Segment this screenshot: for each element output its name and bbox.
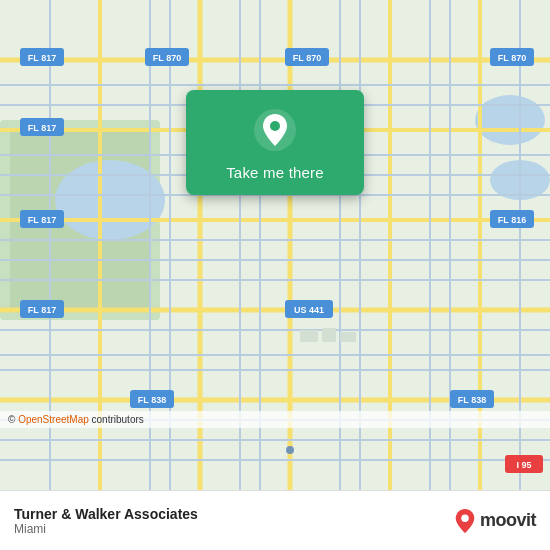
svg-text:FL 816: FL 816 (498, 215, 526, 225)
moovit-brand-name: moovit (480, 510, 536, 531)
svg-text:US 441: US 441 (294, 305, 324, 315)
bottom-bar: Turner & Walker Associates Miami moovit (0, 490, 550, 550)
svg-rect-68 (340, 332, 356, 342)
attribution-link[interactable]: OpenStreetMap (18, 414, 89, 425)
svg-text:FL 838: FL 838 (138, 395, 166, 405)
svg-rect-66 (300, 330, 318, 342)
location-info: Turner & Walker Associates Miami (14, 506, 444, 536)
moovit-logo: moovit (454, 508, 536, 534)
svg-text:FL 817: FL 817 (28, 123, 56, 133)
location-pin-icon (253, 108, 297, 152)
moovit-pin-icon (454, 508, 476, 534)
svg-text:FL 870: FL 870 (498, 53, 526, 63)
svg-text:FL 817: FL 817 (28, 53, 56, 63)
svg-text:FL 817: FL 817 (28, 215, 56, 225)
svg-point-3 (55, 160, 165, 240)
map-container: FL 870 FL 870 FL 870 FL 817 FL 817 FL 81… (0, 0, 550, 490)
attribution-bar: © OpenStreetMap contributors (0, 411, 550, 428)
svg-text:FL 838: FL 838 (458, 395, 486, 405)
location-name: Turner & Walker Associates (14, 506, 444, 522)
svg-point-72 (461, 514, 468, 521)
svg-text:FL 817: FL 817 (28, 305, 56, 315)
svg-point-71 (270, 121, 280, 131)
svg-text:I 95: I 95 (516, 460, 531, 470)
svg-point-69 (286, 446, 294, 454)
svg-text:FL 870: FL 870 (293, 53, 321, 63)
location-city: Miami (14, 522, 444, 536)
location-card: Take me there (186, 90, 364, 195)
svg-rect-67 (322, 328, 336, 342)
take-me-there-button[interactable]: Take me there (226, 164, 324, 181)
attribution-suffix: contributors (89, 414, 144, 425)
svg-text:FL 870: FL 870 (153, 53, 181, 63)
svg-point-4 (475, 95, 545, 145)
app: FL 870 FL 870 FL 870 FL 817 FL 817 FL 81… (0, 0, 550, 550)
attribution-symbol: © (8, 414, 18, 425)
